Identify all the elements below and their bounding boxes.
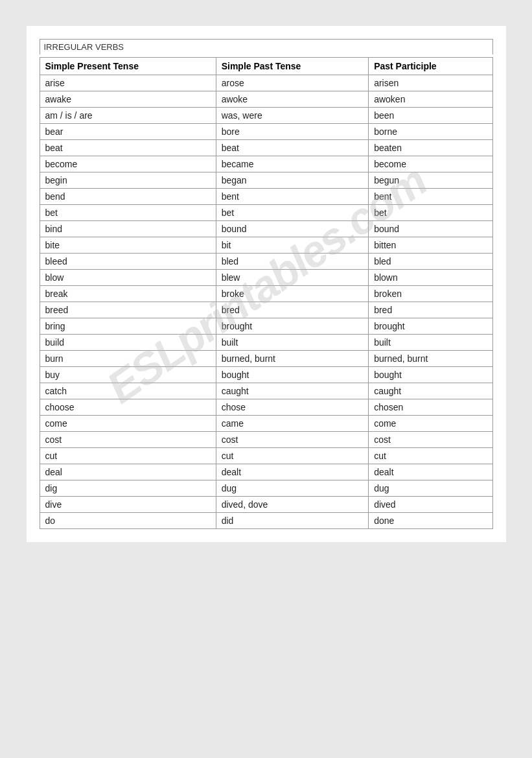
table-cell: blow bbox=[40, 270, 216, 286]
table-row: choosechosechosen bbox=[40, 399, 492, 416]
table-cell: broke bbox=[216, 286, 368, 302]
table-row: digdugdug bbox=[40, 480, 492, 497]
table-cell: come bbox=[40, 416, 216, 432]
table-cell: bind bbox=[40, 221, 216, 237]
table-cell: arise bbox=[40, 75, 216, 91]
table-cell: begin bbox=[40, 172, 216, 189]
table-row: comecamecome bbox=[40, 416, 492, 432]
table-row: becomebecamebecome bbox=[40, 156, 492, 172]
table-row: breedbredbred bbox=[40, 302, 492, 318]
table-cell: dived, dove bbox=[216, 497, 368, 513]
table-cell: break bbox=[40, 286, 216, 302]
table-cell: awoke bbox=[216, 91, 368, 108]
col-header-past: Simple Past Tense bbox=[216, 58, 368, 75]
table-row: breakbrokebroken bbox=[40, 286, 492, 302]
table-cell: brought bbox=[369, 318, 492, 335]
table-cell: come bbox=[369, 416, 492, 432]
table-cell: been bbox=[369, 108, 492, 124]
table-cell: bore bbox=[216, 124, 368, 140]
table-cell: broken bbox=[369, 286, 492, 302]
table-cell: burned, burnt bbox=[369, 351, 492, 367]
table-cell: began bbox=[216, 172, 368, 189]
table-cell: brought bbox=[216, 318, 368, 335]
table-cell: breed bbox=[40, 302, 216, 318]
table-cell: cost bbox=[216, 432, 368, 448]
table-cell: bound bbox=[369, 221, 492, 237]
table-cell: become bbox=[40, 156, 216, 172]
table-cell: bear bbox=[40, 124, 216, 140]
table-cell: bet bbox=[369, 205, 492, 221]
table-row: cutcutcut bbox=[40, 448, 492, 464]
table-cell: dealt bbox=[369, 464, 492, 480]
table-cell: did bbox=[216, 513, 368, 529]
table-cell: became bbox=[216, 156, 368, 172]
table-cell: build bbox=[40, 335, 216, 351]
col-header-participle: Past Participle bbox=[369, 58, 492, 75]
table-row: betbetbet bbox=[40, 205, 492, 221]
table-cell: cost bbox=[40, 432, 216, 448]
table-cell: was, were bbox=[216, 108, 368, 124]
table-cell: cut bbox=[40, 448, 216, 464]
table-cell: bought bbox=[216, 367, 368, 383]
table-row: buyboughtbought bbox=[40, 367, 492, 383]
table-cell: arisen bbox=[369, 75, 492, 91]
table-cell: choose bbox=[40, 399, 216, 416]
table-cell: do bbox=[40, 513, 216, 529]
table-cell: bend bbox=[40, 189, 216, 205]
irregular-verbs-table: Simple Present Tense Simple Past Tense P… bbox=[40, 57, 493, 529]
table-cell: dived bbox=[369, 497, 492, 513]
table-row: costcostcost bbox=[40, 432, 492, 448]
table-cell: bring bbox=[40, 318, 216, 335]
table-cell: awake bbox=[40, 91, 216, 108]
table-cell: deal bbox=[40, 464, 216, 480]
table-row: am / is / arewas, werebeen bbox=[40, 108, 492, 124]
table-row: divedived, dovedived bbox=[40, 497, 492, 513]
table-row: beginbeganbegun bbox=[40, 172, 492, 189]
table-cell: bought bbox=[369, 367, 492, 383]
table-row: bleedbledbled bbox=[40, 254, 492, 270]
table-cell: bent bbox=[216, 189, 368, 205]
table-row: buildbuiltbuilt bbox=[40, 335, 492, 351]
table-cell: become bbox=[369, 156, 492, 172]
table-row: dodiddone bbox=[40, 513, 492, 529]
table-cell: caught bbox=[369, 383, 492, 399]
table-cell: cut bbox=[216, 448, 368, 464]
table-cell: chose bbox=[216, 399, 368, 416]
table-cell: dug bbox=[216, 480, 368, 497]
table-cell: beat bbox=[216, 140, 368, 156]
table-row: bindboundbound bbox=[40, 221, 492, 237]
table-cell: blew bbox=[216, 270, 368, 286]
table-cell: built bbox=[369, 335, 492, 351]
table-cell: bleed bbox=[40, 254, 216, 270]
table-cell: begun bbox=[369, 172, 492, 189]
table-cell: bled bbox=[216, 254, 368, 270]
table-cell: awoken bbox=[369, 91, 492, 108]
table-cell: chosen bbox=[369, 399, 492, 416]
table-cell: bet bbox=[216, 205, 368, 221]
table-cell: dug bbox=[369, 480, 492, 497]
table-cell: dealt bbox=[216, 464, 368, 480]
table-cell: came bbox=[216, 416, 368, 432]
table-cell: borne bbox=[369, 124, 492, 140]
table-cell: beaten bbox=[369, 140, 492, 156]
table-cell: bit bbox=[216, 237, 368, 254]
page-container: ESLprintables.com IRREGULAR VERBS Simple… bbox=[27, 26, 506, 542]
table-row: bendbentbent bbox=[40, 189, 492, 205]
table-cell: bred bbox=[369, 302, 492, 318]
table-cell: done bbox=[369, 513, 492, 529]
table-cell: arose bbox=[216, 75, 368, 91]
table-cell: bred bbox=[216, 302, 368, 318]
table-header-row: Simple Present Tense Simple Past Tense P… bbox=[40, 58, 492, 75]
table-row: awakeawokeawoken bbox=[40, 91, 492, 108]
table-cell: bent bbox=[369, 189, 492, 205]
table-cell: bite bbox=[40, 237, 216, 254]
table-cell: blown bbox=[369, 270, 492, 286]
col-header-present: Simple Present Tense bbox=[40, 58, 216, 75]
table-cell: cost bbox=[369, 432, 492, 448]
table-cell: beat bbox=[40, 140, 216, 156]
table-row: bearboreborne bbox=[40, 124, 492, 140]
table-row: burnburned, burntburned, burnt bbox=[40, 351, 492, 367]
table-row: blowblewblown bbox=[40, 270, 492, 286]
table-cell: bled bbox=[369, 254, 492, 270]
table-cell: burn bbox=[40, 351, 216, 367]
